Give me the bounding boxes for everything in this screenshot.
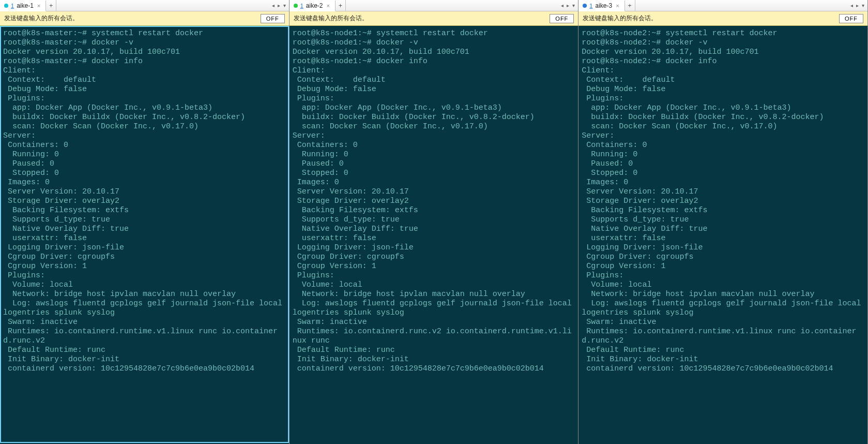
- close-icon[interactable]: ×: [325, 3, 330, 9]
- terminal-line: root@k8s-node2:~# docker -v: [582, 38, 865, 48]
- terminal-line: root@k8s-master:~# docker info: [3, 57, 287, 66]
- tab-index: 1: [300, 3, 303, 9]
- tab-nav-left-icon[interactable]: ◂: [560, 3, 565, 8]
- terminal-line: Stopped: 0: [582, 169, 865, 178]
- terminal-line: Containers: 0: [582, 141, 865, 150]
- terminal-line: Swarm: inactive: [582, 318, 865, 327]
- terminal-output[interactable]: root@k8s-node2:~# systemctl restart dock…: [578, 26, 867, 443]
- broadcast-toggle-button[interactable]: OFF: [261, 14, 285, 23]
- broadcast-bar: 发送键盘输入的所有会话。 OFF: [578, 11, 867, 26]
- terminal-line: Stopped: 0: [293, 169, 576, 178]
- terminal-line: app: Docker App (Docker Inc., v0.9.1-bet…: [3, 103, 287, 113]
- terminal-line: root@k8s-node2:~# docker info: [582, 57, 865, 66]
- plus-icon: +: [49, 2, 53, 9]
- tab-index: 1: [589, 3, 592, 9]
- terminal-line: Plugins:: [3, 271, 287, 280]
- broadcast-toggle-button[interactable]: OFF: [839, 14, 863, 23]
- tab-nav-right-icon[interactable]: ▸: [855, 3, 860, 8]
- add-tab-button[interactable]: +: [625, 0, 635, 11]
- tab-nav-right-icon[interactable]: ▸: [277, 3, 281, 8]
- terminal-line: Client:: [3, 66, 287, 76]
- tab-bar: 1 aike-1 × + ◂ ▸ ▾: [0, 0, 289, 11]
- terminal-line: Storage Driver: overlay2: [582, 197, 865, 206]
- terminal-line: Paused: 0: [3, 159, 287, 169]
- terminal-line: app: Docker App (Docker Inc., v0.9.1-bet…: [293, 103, 576, 113]
- terminal-line: root@k8s-node2:~# systemctl restart dock…: [582, 29, 865, 38]
- terminal-line: Containers: 0: [293, 141, 576, 150]
- terminal-line: userxattr: false: [3, 234, 287, 243]
- terminal-line: Init Binary: docker-init: [293, 355, 576, 364]
- terminal-line: Supports d_type: true: [3, 215, 287, 225]
- terminal-line: Volume: local: [582, 280, 865, 290]
- terminal-line: Paused: 0: [293, 159, 576, 169]
- tab-nav-left-icon[interactable]: ◂: [849, 3, 854, 8]
- terminal-line: Server Version: 20.10.17: [582, 187, 865, 197]
- add-tab-button[interactable]: +: [336, 0, 346, 11]
- close-icon[interactable]: ×: [615, 3, 620, 9]
- terminal-line: Running: 0: [3, 150, 287, 159]
- terminal-line: Docker version 20.10.17, build 100c701: [3, 48, 287, 57]
- terminal-line: Init Binary: docker-init: [582, 355, 865, 364]
- terminal-line: Plugins:: [582, 94, 865, 103]
- tab-title: aike-1: [17, 2, 34, 9]
- terminal-line: Docker version 20.10.17, build 100c701: [582, 48, 865, 57]
- tab-nav-left-icon[interactable]: ◂: [271, 3, 276, 8]
- tab-nav-right-icon[interactable]: ▸: [566, 3, 570, 8]
- terminal-line: Server:: [293, 131, 576, 141]
- session-tab[interactable]: 1 aike-3 ×: [578, 1, 625, 11]
- terminal-line: buildx: Docker Buildx (Docker Inc., v0.8…: [293, 113, 576, 122]
- terminal-line: Runtimes: io.containerd.runtime.v1.linux…: [3, 327, 287, 346]
- terminal-line: Images: 0: [582, 178, 865, 187]
- terminal-line: containerd version: 10c12954828e7c7c9b6e…: [582, 364, 865, 374]
- tab-title: aike-2: [306, 2, 323, 9]
- terminal-line: Backing Filesystem: extfs: [293, 206, 576, 215]
- terminal-line: Network: bridge host ipvlan macvlan null…: [3, 290, 287, 299]
- terminal-line: Debug Mode: false: [3, 85, 287, 94]
- terminal-line: Plugins:: [293, 271, 576, 280]
- terminal-line: Network: bridge host ipvlan macvlan null…: [582, 290, 865, 299]
- terminal-line: root@k8s-node1:~# docker -v: [293, 38, 576, 48]
- terminal-line: buildx: Docker Buildx (Docker Inc., v0.8…: [582, 113, 865, 122]
- terminal-line: Server Version: 20.10.17: [293, 187, 576, 197]
- terminal-line: Server:: [3, 131, 287, 141]
- terminal-line: Logging Driver: json-file: [293, 243, 576, 253]
- broadcast-message: 发送键盘输入的所有会话。: [294, 14, 368, 23]
- terminal-line: Supports d_type: true: [582, 215, 865, 225]
- terminal-line: Swarm: inactive: [3, 318, 287, 327]
- session-tab[interactable]: 1 aike-1 ×: [0, 1, 46, 11]
- terminal-line: app: Docker App (Docker Inc., v0.9.1-bet…: [582, 103, 865, 113]
- terminal-line: Running: 0: [293, 150, 576, 159]
- terminal-line: Logging Driver: json-file: [3, 243, 287, 253]
- terminal-line: Volume: local: [3, 280, 287, 290]
- tab-nav-menu-icon[interactable]: ▾: [861, 3, 865, 8]
- terminal-line: scan: Docker Scan (Docker Inc., v0.17.0): [293, 122, 576, 131]
- terminal-line: root@k8s-node1:~# docker info: [293, 57, 576, 66]
- session-tab[interactable]: 1 aike-2 ×: [290, 1, 336, 11]
- terminal-line: Cgroup Driver: cgroupfs: [293, 253, 576, 262]
- terminal-line: Cgroup Driver: cgroupfs: [3, 253, 287, 262]
- add-tab-button[interactable]: +: [46, 0, 56, 11]
- terminal-line: Stopped: 0: [3, 169, 287, 178]
- terminal-pane: 1 aike-3 × + ◂ ▸ ▾ 发送键盘输入的所有会话。 OFF root…: [578, 0, 868, 444]
- terminal-line: Context: default: [3, 76, 287, 85]
- tab-nav-menu-icon[interactable]: ▾: [571, 3, 576, 8]
- close-icon[interactable]: ×: [36, 3, 41, 9]
- terminal-line: Containers: 0: [3, 141, 287, 150]
- terminal-line: Server Version: 20.10.17: [3, 187, 287, 197]
- terminal-line: Debug Mode: false: [293, 85, 576, 94]
- tab-nav-menu-icon[interactable]: ▾: [282, 3, 287, 8]
- terminal-line: Context: default: [293, 76, 576, 85]
- terminal-output[interactable]: root@k8s-node1:~# systemctl restart dock…: [290, 26, 578, 443]
- terminal-line: Swarm: inactive: [293, 318, 576, 327]
- broadcast-toggle-button[interactable]: OFF: [550, 14, 574, 23]
- terminal-line: Images: 0: [293, 178, 576, 187]
- terminal-line: root@k8s-master:~# systemctl restart doc…: [3, 29, 287, 38]
- terminal-line: Log: awslogs fluentd gcplogs gelf journa…: [293, 299, 576, 318]
- terminal-output[interactable]: root@k8s-master:~# systemctl restart doc…: [0, 26, 289, 443]
- terminal-line: Cgroup Version: 1: [582, 262, 865, 271]
- terminal-line: Storage Driver: overlay2: [293, 197, 576, 206]
- terminal-line: root@k8s-node1:~# systemctl restart dock…: [293, 29, 576, 38]
- status-dot-icon: [583, 4, 587, 8]
- terminal-line: containerd version: 10c12954828e7c7c9b6e…: [3, 364, 287, 374]
- terminal-line: Backing Filesystem: extfs: [3, 206, 287, 215]
